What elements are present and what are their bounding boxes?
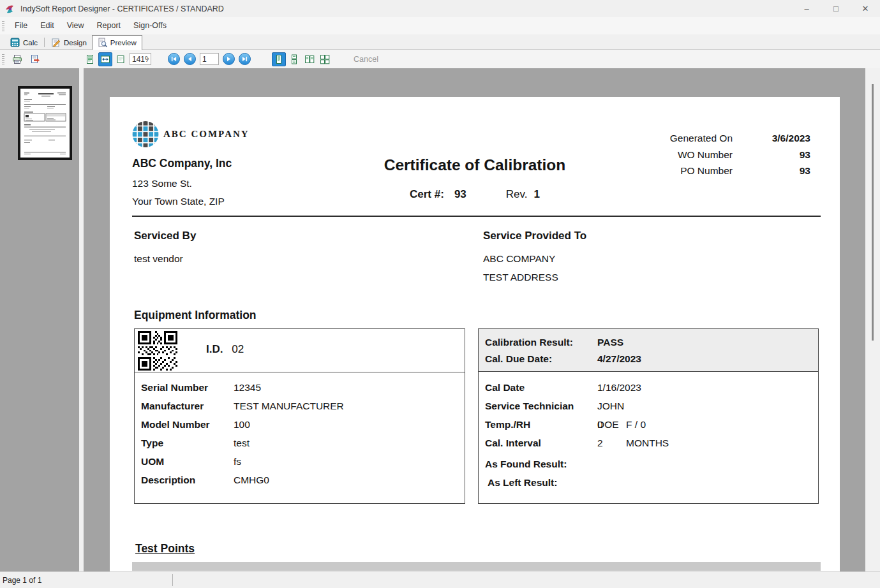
test-points-heading: Test Points (135, 542, 195, 555)
test-points-table-header-bar (132, 562, 821, 571)
cert-number-value: 93 (454, 188, 466, 201)
page-number-input[interactable] (200, 53, 219, 65)
fit-width-zoom-button[interactable] (98, 52, 112, 66)
tab-calc[interactable]: Calc (5, 36, 43, 49)
statusbar-divider (172, 574, 173, 586)
cal-due-date-label: Cal. Due Date: (485, 351, 597, 367)
menu-file[interactable]: File (8, 17, 34, 34)
continuous-view-icon (289, 54, 299, 64)
service-provided-to-heading: Service Provided To (483, 230, 586, 242)
equipment-row: Serial Number 12345 (135, 378, 465, 397)
calibration-row: Temp./RH 0 F / 0 (479, 415, 818, 434)
facing-pages-view-button[interactable] (302, 52, 317, 66)
cal-due-date-value: 4/27/2023 (597, 351, 641, 367)
single-page-view-button[interactable] (272, 52, 286, 66)
id-label: I.D. (206, 343, 223, 355)
menu-view[interactable]: View (61, 17, 91, 34)
rev-label: Rev. (506, 188, 528, 201)
panel-splitter[interactable] (79, 68, 84, 571)
printer-icon (12, 54, 22, 64)
calibration-row: Service Technician JOHN DOE (479, 397, 818, 415)
window-controls: – □ ✕ (792, 0, 880, 17)
tab-design[interactable]: Design (46, 36, 92, 49)
menubar-grip[interactable] (2, 21, 4, 31)
facing-pages-view-icon (304, 54, 315, 64)
serviced-by-line: test vendor (134, 253, 183, 265)
meta-label: Generated On (625, 130, 733, 147)
calibration-row-label: Service Technician (485, 397, 597, 415)
next-page-icon (226, 56, 232, 62)
thumbnail-panel (0, 68, 79, 571)
serviced-by-heading: Serviced By (134, 230, 196, 242)
equipment-row-value: 12345 (234, 378, 261, 397)
header-rule (132, 216, 821, 217)
continuous-view-button[interactable] (287, 52, 301, 66)
menu-edit[interactable]: Edit (34, 17, 61, 34)
mode-tabstrip: Calc Design Preview (0, 34, 880, 50)
equipment-row-value: test (234, 434, 250, 452)
prev-page-icon (187, 56, 193, 62)
equipment-row-label: Serial Number (141, 378, 234, 397)
logo-text: ABC COMPANY (163, 129, 250, 140)
titlebar: IndySoft Report Designer - CERTIFICATES … (0, 0, 880, 17)
tab-design-label: Design (64, 39, 87, 47)
equipment-id-line: I.D. 02 (206, 343, 244, 356)
equipment-row-value: 100 (234, 415, 250, 434)
preview-toolbar: Cancel (0, 50, 880, 68)
id-value: 02 (232, 343, 244, 355)
menu-report[interactable]: Report (91, 17, 128, 34)
page-thumbnail-content (20, 89, 70, 158)
fit-page-zoom-button[interactable] (114, 52, 128, 66)
as-found-result-label: As Found Result: (485, 455, 567, 473)
whole-page-zoom-button[interactable] (83, 52, 97, 66)
zoom-level-input[interactable] (130, 53, 151, 65)
report-designer-window: IndySoft Report Designer - CERTIFICATES … (0, 0, 880, 588)
calibration-rows: Cal Date 1/16/2023 Service Technician JO… (479, 375, 818, 492)
close-button[interactable]: ✕ (851, 0, 880, 17)
equipment-box: I.D. 02 Serial Number 12345 Manufacturer… (134, 328, 465, 504)
calibration-row: Cal. Interval 2 MONTHS (479, 434, 818, 452)
cancel-button[interactable]: Cancel (354, 55, 378, 64)
document-preview-area[interactable]: ABC COMPANY ABC Company, Inc 123 Some St… (84, 68, 865, 571)
globe-logo-icon (132, 121, 159, 148)
menu-sign-offs[interactable]: Sign-Offs (127, 17, 173, 34)
statusbar: Page 1 of 1 (0, 571, 880, 588)
minimize-button[interactable]: – (792, 0, 821, 17)
equipment-row-label: Model Number (141, 415, 234, 434)
maximize-button[interactable]: □ (821, 0, 851, 17)
page-thumbnail[interactable] (18, 86, 72, 160)
tab-preview-label: Preview (110, 39, 137, 47)
prev-page-button[interactable] (184, 53, 196, 65)
equipment-rows: Serial Number 12345 Manufacturer TEST MA… (135, 375, 465, 489)
as-found-result-row: As Found Result: (479, 455, 818, 473)
calibration-row-label: Cal Date (485, 378, 597, 397)
preview-tab-icon (98, 38, 108, 48)
equipment-row-label: Type (141, 434, 234, 452)
document-title: Certificate of Calibration (110, 156, 840, 174)
export-button[interactable] (28, 52, 42, 66)
calibration-row-value: 2 (597, 434, 626, 452)
calibration-row: Cal Date 1/16/2023 (479, 378, 818, 397)
equipment-row-label: Manufacturer (141, 397, 234, 415)
equipment-row: Description CMHG0 (135, 471, 465, 489)
first-page-icon (171, 56, 177, 62)
equipment-row-label: Description (141, 471, 234, 489)
last-page-button[interactable] (239, 53, 251, 65)
multi-page-view-button[interactable] (318, 52, 332, 66)
tab-preview[interactable]: Preview (92, 35, 142, 50)
app-icon (5, 4, 15, 14)
vertical-scrollbar[interactable] (865, 68, 880, 571)
calibration-row-value: 1/16/2023 (597, 378, 626, 397)
first-page-button[interactable] (168, 53, 180, 65)
tab-separator (44, 38, 45, 47)
export-icon (30, 54, 40, 64)
toolbar-grip[interactable] (2, 54, 4, 64)
calibration-row-value: 0 (597, 415, 626, 434)
equipment-heading: Equipment Information (134, 309, 257, 322)
print-button[interactable] (10, 52, 24, 66)
page-count-status: Page 1 of 1 (3, 576, 41, 585)
calibration-result-value: PASS (597, 334, 623, 351)
menubar: File Edit View Report Sign-Offs (0, 17, 880, 34)
next-page-button[interactable] (223, 53, 235, 65)
scrollbar-thumb[interactable] (872, 84, 874, 341)
